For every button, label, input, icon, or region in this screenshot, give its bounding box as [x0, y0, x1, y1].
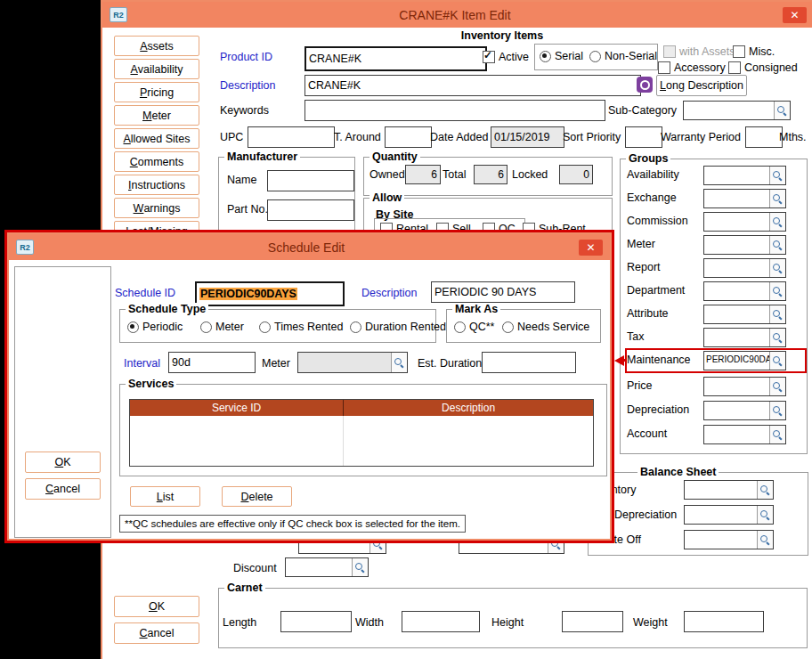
discount-field[interactable] [285, 557, 369, 577]
service-id-column-header[interactable]: Service ID [130, 400, 344, 416]
search-icon[interactable] [769, 378, 785, 395]
search-icon[interactable] [769, 329, 785, 346]
schedule-id-field[interactable]: PERIODIC90DAYS [195, 281, 345, 306]
sidebar-button-comments[interactable]: Comments [114, 151, 199, 172]
group-meter-field[interactable] [703, 235, 786, 255]
search-icon[interactable] [769, 402, 785, 419]
sidebar-button-meter[interactable]: Meter [114, 105, 199, 126]
search-icon[interactable] [769, 426, 785, 443]
group-exchange-field[interactable] [703, 189, 786, 208]
sidebar-button-availability[interactable]: Availability [114, 59, 199, 79]
inventory-field[interactable] [684, 480, 774, 500]
close-icon[interactable]: ✕ [783, 7, 807, 23]
sidebar-button-instructions[interactable]: Instructions [114, 175, 199, 195]
radio-icon [454, 321, 466, 333]
group-report-field[interactable] [703, 258, 786, 278]
group-price-field[interactable] [703, 377, 786, 396]
schedule-cancel-button[interactable]: Cancel [25, 478, 101, 500]
search-icon[interactable] [769, 213, 785, 231]
item-edit-titlebar[interactable]: R2 CRANE#K Item Edit ✕ [102, 2, 812, 28]
schedule-edit-titlebar[interactable]: R2 Schedule Edit ✕ [9, 234, 610, 260]
schedule-meter-label: Meter [262, 357, 290, 370]
sub-category-field[interactable] [683, 101, 791, 120]
est-duration-field[interactable] [482, 352, 576, 373]
group-availability-field[interactable] [703, 166, 786, 185]
keywords-field[interactable] [304, 100, 605, 121]
group-commission-field[interactable] [703, 212, 786, 232]
language-icon[interactable] [637, 77, 653, 93]
misc-checkbox[interactable]: Misc. [733, 45, 775, 58]
active-checkbox[interactable]: Active [483, 51, 529, 63]
schedule-ok-button[interactable]: OK [25, 452, 101, 473]
sidebar-button-allowed-sites[interactable]: Allowed Sites [114, 128, 199, 149]
search-icon[interactable] [769, 190, 785, 207]
sub-category-label: Sub-Category [608, 104, 677, 117]
bs-depreciation-field[interactable] [684, 505, 774, 525]
times-rented-radio[interactable]: Times Rented [259, 321, 343, 333]
serial-radio[interactable]: Serial [540, 50, 583, 62]
cancel-button[interactable]: Cancel [114, 622, 199, 644]
schedule-edit-title: Schedule Edit [34, 240, 579, 255]
schedule-description-field[interactable]: PERIODIC 90 DAYS [431, 281, 575, 303]
sidebar-button-warnings[interactable]: Warnings [114, 198, 199, 218]
description-column-header[interactable]: Description [344, 400, 593, 416]
services-table-body[interactable] [130, 416, 593, 466]
search-icon[interactable] [769, 305, 785, 323]
qc-radio[interactable]: QC** [454, 321, 494, 333]
search-icon[interactable] [352, 558, 368, 576]
long-description-button[interactable]: Long Description [656, 75, 747, 96]
part-no-field[interactable] [267, 199, 354, 221]
height-field[interactable] [562, 611, 623, 632]
delete-button[interactable]: Delete [222, 486, 292, 507]
t-around-field[interactable] [385, 126, 432, 148]
sidebar-button-assets[interactable]: Assets [114, 36, 199, 56]
group-tax-field[interactable] [703, 328, 786, 347]
checkbox-icon [658, 61, 670, 74]
description-field[interactable]: CRANE#K [304, 75, 641, 96]
sort-priority-field[interactable] [625, 126, 662, 148]
search-icon[interactable] [391, 353, 407, 372]
duration-rented-radio[interactable]: Duration Rented [350, 321, 446, 333]
periodic-radio[interactable]: Periodic [127, 321, 183, 333]
with-assets-checkbox: with Assets [663, 45, 735, 58]
search-icon[interactable] [757, 481, 773, 499]
ok-button[interactable]: OK [114, 596, 199, 617]
product-id-field[interactable]: CRANE#K [304, 46, 487, 71]
consigned-checkbox[interactable]: Consigned [728, 61, 798, 74]
search-icon[interactable] [769, 259, 785, 277]
checkbox-icon [728, 61, 741, 74]
search-icon[interactable] [769, 167, 785, 184]
sidebar-button-pricing[interactable]: Pricing [114, 82, 199, 102]
width-field[interactable] [402, 611, 480, 632]
search-icon[interactable] [757, 531, 773, 549]
interval-field[interactable]: 90d [168, 352, 256, 373]
t-around-label: T. Around [334, 131, 381, 143]
services-group-title: Services [126, 378, 176, 390]
services-table[interactable]: Service ID Description [129, 399, 594, 467]
quantity-group-title: Quantity [369, 151, 420, 163]
write-off-field[interactable] [684, 530, 774, 549]
upc-field[interactable] [248, 126, 335, 148]
non-serial-radio[interactable]: Non-Serial [589, 50, 657, 62]
warranty-period-field[interactable] [745, 126, 783, 148]
name-field[interactable] [267, 170, 354, 191]
search-icon[interactable] [769, 282, 785, 300]
carnet-group-title: Carnet [224, 582, 265, 594]
group-attribute-field[interactable] [703, 305, 786, 324]
group-depreciation-field[interactable] [703, 401, 786, 420]
meter-radio[interactable]: Meter [200, 321, 244, 333]
search-icon[interactable] [774, 102, 790, 119]
group-account-label: Account [627, 427, 667, 440]
list-button[interactable]: List [130, 486, 200, 507]
search-icon[interactable] [769, 236, 785, 254]
product-id-label: Product ID [220, 51, 272, 63]
search-icon[interactable] [757, 506, 773, 524]
needs-service-radio[interactable]: Needs Service [502, 321, 589, 333]
group-account-field[interactable] [703, 425, 786, 444]
group-department-field[interactable] [703, 281, 786, 301]
group-report-label: Report [627, 261, 661, 273]
weight-field[interactable] [684, 611, 764, 632]
close-icon[interactable]: ✕ [579, 240, 603, 256]
length-field[interactable] [280, 611, 352, 632]
accessory-checkbox[interactable]: Accessory [658, 61, 726, 74]
